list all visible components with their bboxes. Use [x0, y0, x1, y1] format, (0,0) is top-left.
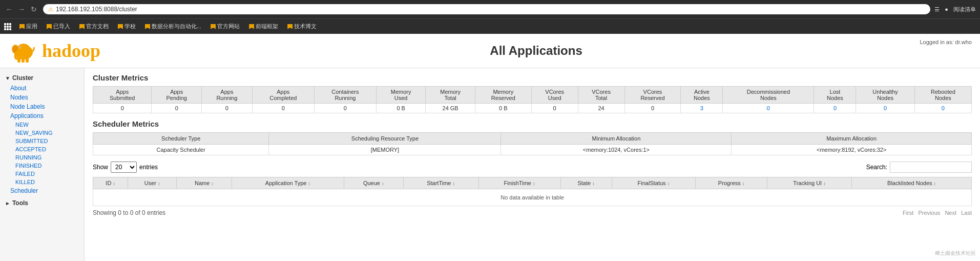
- svg-rect-7: [22, 57, 25, 63]
- sidebar-app-state-new-saving[interactable]: NEW_SAVING: [0, 129, 84, 137]
- hadoop-logo-text: hadoop: [42, 40, 100, 62]
- col-apps-running: AppsRunning: [202, 87, 253, 104]
- reading-list[interactable]: 阅读清单: [953, 6, 976, 13]
- sidebar-item-nodes[interactable]: Nodes: [0, 93, 84, 102]
- sort-trackingui-icon: ↕: [823, 181, 826, 186]
- bookmark-frontend[interactable]: 前端框架: [246, 22, 281, 31]
- sort-id-icon: ↕: [113, 181, 115, 186]
- apps-table: ID ↕ User ↕ Name ↕ Application Type ↕ Qu…: [93, 177, 972, 206]
- apps-col-progress[interactable]: Progress ↕: [696, 177, 767, 189]
- col-memory-reserved: MemoryReserved: [475, 87, 531, 104]
- val-vcores-used: 0: [531, 104, 578, 113]
- search-area: Search:: [866, 162, 972, 173]
- sidebar-item-node-labels[interactable]: Node Labels: [0, 102, 84, 111]
- bookmark-imported[interactable]: 已导入: [44, 22, 73, 31]
- sort-progress-icon: ↕: [742, 181, 745, 186]
- sidebar-tools-header[interactable]: ► Tools: [0, 197, 84, 209]
- sort-starttime-icon: ↕: [453, 181, 455, 186]
- col-lost-nodes: LostNodes: [814, 87, 856, 104]
- sidebar-cluster-header[interactable]: ▼ Cluster: [0, 72, 84, 84]
- sort-finishtime-icon: ↕: [533, 181, 535, 186]
- app-header: hadoop All Applications Logged in as: dr…: [0, 34, 980, 68]
- col-decommissioned-nodes: DecommissionedNodes: [723, 87, 814, 104]
- forward-button[interactable]: →: [16, 5, 27, 13]
- scheduler-metrics-title: Scheduler Metrics: [93, 119, 972, 128]
- bookmarks-bar: 应用 已导入 官方文档 学校 数据分析与自动化... 官方网站 前端框架 技术博…: [0, 18, 980, 34]
- apps-col-tracking-ui[interactable]: Tracking UI ↕: [767, 177, 851, 189]
- sched-col-min-allocation: Minimum Allocation: [501, 133, 732, 145]
- sched-val-type: Capacity Scheduler: [93, 145, 269, 155]
- bookmark-icon-data-analysis: [145, 24, 150, 29]
- account-icon[interactable]: ●: [945, 6, 948, 12]
- apps-col-finishtime[interactable]: FinishTime ↕: [478, 177, 560, 189]
- apps-grid-icon[interactable]: [4, 23, 11, 30]
- show-entries-area: Show 20 50 100 entries: [93, 162, 158, 173]
- apps-col-app-type[interactable]: Application Type ↕: [232, 177, 344, 189]
- bookmark-official-docs[interactable]: 官方文档: [76, 22, 112, 31]
- bookmark-data-analysis[interactable]: 数据分析与自动化...: [142, 22, 204, 31]
- sidebar-app-state-failed[interactable]: FAILED: [0, 170, 84, 178]
- apps-col-blacklisted-nodes[interactable]: Blacklisted Nodes ↕: [852, 177, 972, 189]
- back-button[interactable]: ←: [4, 5, 14, 13]
- refresh-button[interactable]: ↻: [29, 5, 39, 13]
- cluster-arrow-icon: ▼: [5, 75, 10, 81]
- val-rebooted-nodes[interactable]: 0: [914, 104, 971, 113]
- table-controls: Show 20 50 100 entries Search:: [93, 162, 972, 173]
- cluster-metrics-title: Cluster Metrics: [93, 73, 972, 82]
- bookmark-tech-blog[interactable]: 技术博文: [284, 22, 320, 31]
- bookmark-official-site[interactable]: 官方网站: [207, 22, 243, 31]
- apps-col-name[interactable]: Name ↕: [177, 177, 232, 189]
- entries-select[interactable]: 20 50 100: [111, 162, 137, 173]
- sidebar-app-state-submitted[interactable]: SUBMITTED: [0, 137, 84, 145]
- val-active-nodes[interactable]: 3: [681, 104, 723, 113]
- val-apps-completed: 0: [252, 104, 314, 113]
- val-lost-nodes[interactable]: 0: [814, 104, 856, 113]
- sidebar-item-scheduler[interactable]: Scheduler: [0, 186, 84, 195]
- extensions-icon[interactable]: ☰: [934, 6, 940, 13]
- val-memory-reserved: 0 B: [475, 104, 531, 113]
- scheduler-metrics-table: Scheduler Type Scheduling Resource Type …: [93, 132, 972, 155]
- sched-val-min-allocation: <memory:1024, vCores:1>: [501, 145, 732, 155]
- col-memory-used: MemoryUsed: [376, 87, 425, 104]
- sidebar-section-tools: ► Tools: [0, 197, 84, 209]
- apps-col-starttime[interactable]: StartTime ↕: [403, 177, 478, 189]
- apps-col-queue[interactable]: Queue ↕: [344, 177, 403, 189]
- col-vcores-used: VCoresUsed: [531, 87, 578, 104]
- val-containers-running: 0: [314, 104, 376, 113]
- sidebar-item-about[interactable]: About: [0, 84, 84, 93]
- sidebar: ▼ Cluster About Nodes Node Labels Applic…: [0, 68, 85, 261]
- bookmark-apps[interactable]: 应用: [16, 22, 40, 31]
- col-apps-submitted: AppsSubmitted: [93, 87, 152, 104]
- val-decommissioned-nodes[interactable]: 0: [723, 104, 814, 113]
- sidebar-app-state-accepted[interactable]: ACCEPTED: [0, 145, 84, 153]
- bookmark-icon-official-docs: [79, 24, 85, 29]
- col-apps-pending: AppsPending: [152, 87, 202, 104]
- bookmark-school[interactable]: 学校: [115, 22, 139, 31]
- apps-col-id[interactable]: ID ↕: [93, 177, 128, 189]
- val-unhealthy-nodes[interactable]: 0: [856, 104, 914, 113]
- col-active-nodes: ActiveNodes: [681, 87, 723, 104]
- url-text: 192.168.192.105:8088/cluster: [56, 6, 137, 13]
- cluster-metrics-table: AppsSubmitted AppsPending AppsRunning Ap…: [93, 86, 972, 113]
- search-input[interactable]: [890, 162, 972, 173]
- apps-col-user[interactable]: User ↕: [128, 177, 177, 189]
- sidebar-app-state-killed[interactable]: KILLED: [0, 178, 84, 186]
- sort-state-icon: ↕: [592, 181, 595, 186]
- metrics-row: 0 0 0 0 0 0 B 24 GB 0 B 0 24 0 3 0 0 0 0: [93, 104, 972, 113]
- val-apps-submitted: 0: [93, 104, 152, 113]
- sort-blacklisted-icon: ↕: [934, 181, 936, 186]
- svg-rect-6: [17, 57, 20, 63]
- sidebar-app-state-new[interactable]: NEW: [0, 121, 84, 129]
- show-label: Show: [93, 164, 108, 171]
- sidebar-item-applications[interactable]: Applications: [0, 111, 84, 121]
- apps-col-state[interactable]: State ↕: [560, 177, 612, 189]
- col-apps-completed: AppsCompleted: [252, 87, 314, 104]
- val-vcores-reserved: 0: [624, 104, 681, 113]
- sidebar-app-state-running[interactable]: RUNNING: [0, 153, 84, 162]
- sched-val-max-allocation: <memory:8192, vCores:32>: [732, 145, 972, 155]
- address-bar[interactable]: ⚠ 192.168.192.105:8088/cluster: [43, 4, 930, 14]
- tools-arrow-icon: ►: [5, 200, 10, 206]
- apps-col-final-status[interactable]: FinalStatus ↕: [612, 177, 696, 189]
- bookmark-icon-frontend: [249, 24, 254, 29]
- sidebar-app-state-finished[interactable]: FINISHED: [0, 162, 84, 170]
